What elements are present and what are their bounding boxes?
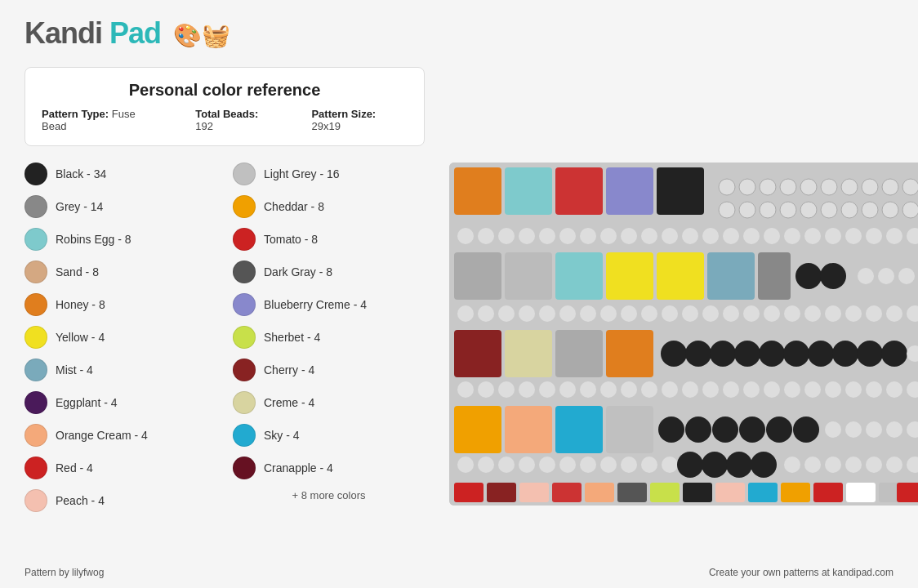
svg-point-120 xyxy=(886,381,902,398)
svg-rect-164 xyxy=(617,483,647,502)
svg-point-102 xyxy=(519,381,535,398)
svg-point-117 xyxy=(825,381,841,398)
color-dot xyxy=(233,424,256,447)
color-dot xyxy=(25,359,47,381)
pattern-size: Pattern Size: 29x19 xyxy=(311,108,408,132)
svg-point-89 xyxy=(685,341,711,367)
svg-point-20 xyxy=(800,202,817,218)
svg-point-7 xyxy=(739,179,755,195)
pattern-canvas xyxy=(449,163,918,506)
color-item: Orange Cream - 4 xyxy=(25,424,216,447)
color-item: Peach - 4 xyxy=(25,489,216,512)
svg-rect-161 xyxy=(519,483,549,502)
svg-point-80 xyxy=(845,305,862,322)
svg-point-92 xyxy=(759,341,785,367)
svg-point-17 xyxy=(739,202,755,218)
svg-point-73 xyxy=(702,305,719,322)
color-label: Tomato - 8 xyxy=(264,233,318,246)
color-dot xyxy=(25,293,47,316)
svg-point-16 xyxy=(719,202,735,218)
svg-point-99 xyxy=(457,381,474,398)
svg-point-8 xyxy=(760,179,776,195)
svg-point-26 xyxy=(457,228,474,244)
svg-point-11 xyxy=(821,179,837,195)
svg-rect-166 xyxy=(683,483,712,502)
page: Kandi Pad 🎨🧺 Personal color reference Pa… xyxy=(0,0,918,588)
color-dot xyxy=(233,326,256,349)
svg-point-128 xyxy=(712,416,738,443)
svg-point-67 xyxy=(580,305,596,322)
color-dot xyxy=(25,261,47,283)
color-columns: Black - 34 Grey - 14 Robins Egg - 8 Sand… xyxy=(25,163,425,522)
color-label: Peach - 4 xyxy=(56,494,105,507)
color-item: Tomato - 8 xyxy=(233,228,425,251)
svg-point-153 xyxy=(804,457,821,473)
color-column-left: Black - 34 Grey - 14 Robins Egg - 8 Sand… xyxy=(25,163,216,522)
color-label: Red - 4 xyxy=(56,461,93,474)
svg-point-118 xyxy=(845,381,862,398)
svg-point-34 xyxy=(621,228,637,244)
logo-kandi: Kandi xyxy=(25,16,102,50)
svg-point-65 xyxy=(539,305,555,322)
pattern-svg xyxy=(449,163,918,506)
svg-point-107 xyxy=(621,381,637,398)
color-label: Light Grey - 16 xyxy=(264,167,340,180)
color-dot xyxy=(233,163,256,185)
color-item: Grey - 14 xyxy=(25,195,216,218)
svg-point-24 xyxy=(882,202,898,218)
color-dot xyxy=(233,261,256,283)
pattern-area xyxy=(449,163,918,522)
svg-point-82 xyxy=(886,305,902,322)
svg-point-47 xyxy=(886,228,902,244)
svg-point-138 xyxy=(478,457,494,473)
svg-rect-171 xyxy=(846,483,876,502)
svg-point-149 xyxy=(702,452,728,478)
svg-point-156 xyxy=(866,457,882,473)
svg-point-157 xyxy=(886,457,902,473)
svg-point-152 xyxy=(784,457,800,473)
svg-rect-159 xyxy=(454,483,484,502)
svg-point-79 xyxy=(825,305,841,322)
svg-rect-51 xyxy=(555,252,603,300)
svg-point-62 xyxy=(478,305,494,322)
svg-rect-122 xyxy=(454,406,501,453)
svg-point-71 xyxy=(662,305,678,322)
svg-point-112 xyxy=(723,381,739,398)
svg-point-137 xyxy=(457,457,474,473)
more-colors: + 8 more colors xyxy=(233,489,425,501)
svg-point-119 xyxy=(866,381,882,398)
color-label: Cranapple - 4 xyxy=(264,461,333,474)
svg-point-27 xyxy=(478,228,494,244)
svg-point-104 xyxy=(559,381,576,398)
color-label: Sherbet - 4 xyxy=(264,331,320,344)
info-card: Personal color reference Pattern Type: F… xyxy=(25,67,425,146)
svg-point-31 xyxy=(559,228,576,244)
svg-point-72 xyxy=(682,305,698,322)
svg-point-77 xyxy=(784,305,800,322)
svg-point-68 xyxy=(600,305,617,322)
svg-point-100 xyxy=(478,381,494,398)
svg-point-66 xyxy=(559,305,576,322)
svg-point-42 xyxy=(784,228,800,244)
svg-point-23 xyxy=(862,202,878,218)
color-label: Sky - 4 xyxy=(264,429,300,442)
color-item: Robins Egg - 8 xyxy=(25,228,216,251)
svg-point-58 xyxy=(858,268,874,284)
svg-point-110 xyxy=(682,381,698,398)
svg-rect-170 xyxy=(813,483,843,502)
svg-point-25 xyxy=(902,202,918,218)
color-label: Creme - 4 xyxy=(264,396,314,409)
svg-point-22 xyxy=(841,202,858,218)
footer-left: Pattern by lilyfwog xyxy=(25,567,104,578)
color-dot xyxy=(25,489,47,512)
svg-rect-84 xyxy=(454,330,501,377)
svg-point-21 xyxy=(821,202,837,218)
svg-rect-168 xyxy=(748,483,778,502)
color-dot xyxy=(233,457,256,479)
color-item: Dark Gray - 8 xyxy=(233,261,425,283)
color-label: Robins Egg - 8 xyxy=(56,233,131,246)
svg-point-70 xyxy=(641,305,657,322)
svg-point-14 xyxy=(882,179,898,195)
svg-point-94 xyxy=(808,341,834,367)
color-dot xyxy=(25,424,47,447)
